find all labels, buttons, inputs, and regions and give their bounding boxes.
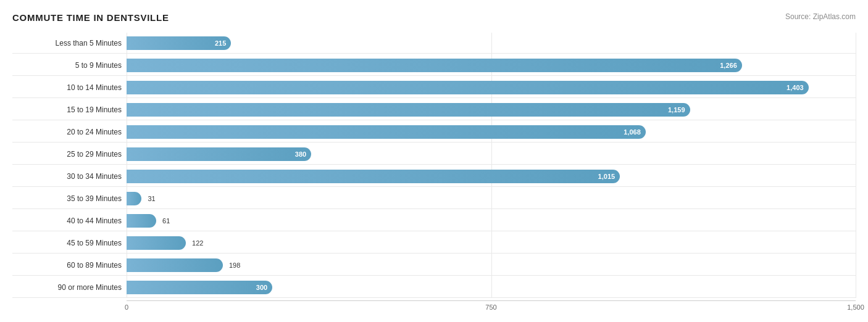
bar-label: 10 to 14 Minutes bbox=[12, 83, 127, 92]
bar-container: 1,068 bbox=[127, 125, 856, 139]
bar-container: 198 bbox=[127, 258, 856, 273]
bars-container: Less than 5 Minutes2155 to 9 Minutes1,26… bbox=[12, 33, 856, 298]
bar-container: 380 bbox=[127, 147, 856, 162]
table-row: 30 to 34 Minutes1,015 bbox=[12, 166, 856, 187]
bar: 1,266 bbox=[127, 59, 742, 72]
bar-label: 40 to 44 Minutes bbox=[12, 217, 127, 225]
bar: 215 bbox=[127, 36, 231, 50]
bar-container: 300 bbox=[127, 280, 856, 295]
bar-label: Less than 5 Minutes bbox=[12, 39, 127, 47]
table-row: 20 to 24 Minutes1,068 bbox=[12, 122, 856, 142]
x-tick-label: 0 bbox=[125, 303, 128, 311]
bar: 1,015 bbox=[127, 170, 620, 183]
table-row: 35 to 39 Minutes31 bbox=[12, 188, 856, 209]
bar: 300 bbox=[127, 281, 272, 294]
bar-label: 45 to 59 Minutes bbox=[12, 239, 127, 247]
source-label: Source: ZipAtlas.com bbox=[785, 12, 856, 21]
table-row: 10 to 14 Minutes1,403 bbox=[12, 77, 856, 98]
bar-value: 1,159 bbox=[668, 106, 685, 114]
bar-container: 31 bbox=[127, 191, 856, 206]
bar-label: 30 to 34 Minutes bbox=[12, 172, 127, 181]
bar-label: 20 to 24 Minutes bbox=[12, 128, 127, 136]
table-row: 45 to 59 Minutes122 bbox=[12, 233, 856, 254]
bar-value: 1,266 bbox=[720, 62, 737, 69]
bar-container: 1,159 bbox=[127, 102, 856, 117]
chart-area: Less than 5 Minutes2155 to 9 Minutes1,26… bbox=[12, 33, 856, 313]
bar-label: 90 or more Minutes bbox=[12, 283, 127, 292]
table-row: 40 to 44 Minutes61 bbox=[12, 210, 856, 231]
table-row: 60 to 89 Minutes198 bbox=[12, 255, 856, 276]
table-row: Less than 5 Minutes215 bbox=[12, 33, 856, 54]
bar: 1,403 bbox=[127, 81, 809, 94]
table-row: 15 to 19 Minutes1,159 bbox=[12, 99, 856, 120]
table-row: 90 or more Minutes300 bbox=[12, 277, 856, 298]
x-tick-label: 750 bbox=[485, 303, 496, 311]
bar-value: 300 bbox=[256, 284, 267, 291]
bar-label: 5 to 9 Minutes bbox=[12, 61, 127, 70]
bar: 122 bbox=[127, 236, 186, 250]
bar-value: 1,068 bbox=[624, 128, 641, 136]
bar-container: 215 bbox=[127, 36, 856, 51]
bar-value: 215 bbox=[215, 39, 226, 47]
bar: 1,068 bbox=[127, 125, 646, 139]
bar: 198 bbox=[127, 258, 223, 272]
bar: 61 bbox=[127, 214, 156, 228]
table-row: 25 to 29 Minutes380 bbox=[12, 144, 856, 165]
table-row: 5 to 9 Minutes1,266 bbox=[12, 55, 856, 76]
bar-label: 35 to 39 Minutes bbox=[12, 194, 127, 203]
bar-value: 1,015 bbox=[598, 173, 616, 180]
bar: 1,159 bbox=[127, 103, 690, 117]
bar-container: 1,403 bbox=[127, 80, 856, 95]
bar-label: 15 to 19 Minutes bbox=[12, 105, 127, 114]
bar-value: 61 bbox=[160, 217, 170, 225]
bar-label: 60 to 89 Minutes bbox=[12, 261, 127, 270]
x-axis: 07501,500 bbox=[127, 300, 856, 313]
bar-value: 1,403 bbox=[787, 84, 804, 91]
bar-container: 122 bbox=[127, 236, 856, 250]
bar-value: 198 bbox=[227, 262, 240, 269]
bar-container: 61 bbox=[127, 213, 856, 228]
bar-value: 31 bbox=[145, 195, 155, 202]
bar-label: 25 to 29 Minutes bbox=[12, 150, 127, 159]
x-tick-label: 1,500 bbox=[847, 303, 864, 311]
chart-title: COMMUTE TIME IN DENTSVILLE bbox=[12, 12, 169, 23]
bar-container: 1,015 bbox=[127, 169, 856, 184]
bar: 31 bbox=[127, 192, 141, 205]
bar-value: 380 bbox=[295, 151, 306, 158]
bar-value: 122 bbox=[190, 239, 203, 247]
bar-container: 1,266 bbox=[127, 58, 856, 73]
bar: 380 bbox=[127, 147, 311, 161]
